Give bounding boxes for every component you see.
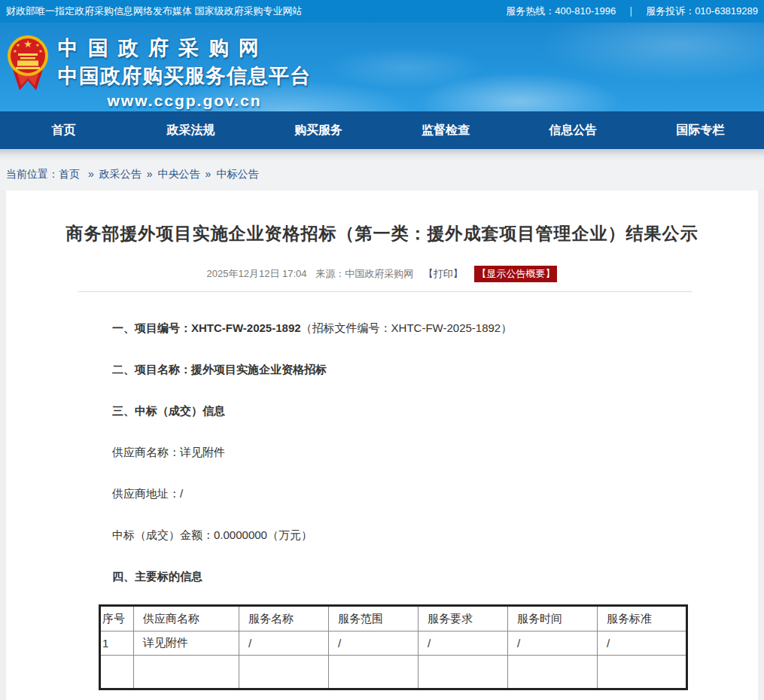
table-cell [239,656,329,689]
column-header-service-standard: 服务标准 [598,606,687,632]
show-summary-button[interactable]: 【显示公告概要】 [474,266,557,282]
table-cell: / [239,632,329,656]
breadcrumb-prefix: 当前位置： [6,168,59,180]
paragraph-bold-text: 四、主要标的信息 [112,570,202,583]
table-cell [100,656,134,689]
paragraph-award-info-heading: 三、中标（成交）信息 [112,403,690,418]
nav-item-purchase-services[interactable]: 购买服务 [254,111,382,149]
paragraph-regular-text: 中标（成交）金额：0.0000000（万元） [112,528,312,541]
table-row [100,656,687,689]
print-button[interactable]: 【打印】 [424,268,463,279]
table-cell: / [329,632,419,656]
column-header-service-scope: 服务范围 [329,606,419,632]
service-hotline: 服务热线：400-810-1996 [506,5,616,17]
paragraph-supplier-name: 供应商名称：详见附件 [112,444,690,460]
subject-info-table: 序号 供应商名称 服务名称 服务范围 服务要求 服务时间 服务标准 1 详见附件… [99,604,688,690]
meta-divider [78,291,692,292]
topbar: 财政部唯一指定政府采购信息网络发布媒体 国家级政府采购专业网站 服务热线：400… [0,0,764,23]
table-cell: 详见附件 [134,632,239,656]
breadcrumb-separator: » [88,168,94,180]
main-nav: 首页 政采法规 购买服务 监督检查 信息公告 国际专栏 [0,111,764,149]
svg-text:★: ★ [16,43,20,47]
site-logo[interactable]: ★ ★ ★ ★ ★ 中国政府采购网 中国政府购买服务信息平台 www.ccgp.… [7,35,311,110]
service-complaint: 服务投诉：010-63819289 [646,5,758,17]
svg-text:★: ★ [13,49,17,53]
table-header-row: 序号 供应商名称 服务名称 服务范围 服务要求 服务时间 服务标准 [100,606,687,632]
paragraph-regular-text: 供应商地址：/ [112,487,183,500]
nav-item-home[interactable]: 首页 [0,111,127,149]
paragraph-supplier-address: 供应商地址：/ [112,485,690,501]
column-header-service-name: 服务名称 [239,606,329,632]
column-header-service-time: 服务时间 [508,606,598,632]
table-cell: / [598,632,687,656]
breadcrumb-link-procurement-notices[interactable]: 政采公告 [99,168,142,180]
column-header-supplier: 供应商名称 [134,606,239,632]
nav-item-international[interactable]: 国际专栏 [637,111,764,149]
nav-item-regulations[interactable]: 政采法规 [127,111,254,149]
breadcrumb-link-central-notices[interactable]: 中央公告 [158,168,200,180]
paragraph-bold-text: 一、项目编号：XHTC-FW-2025-1892 [112,321,301,334]
table-cell [508,656,598,689]
nav-item-announcements[interactable]: 信息公告 [510,111,637,149]
paragraph-project-number: 一、项目编号：XHTC-FW-2025-1892（招标文件编号：XHTC-FW-… [112,320,690,336]
nav-item-supervision[interactable]: 监督检查 [382,111,510,149]
breadcrumb: 当前位置：首页»政采公告»中央公告»中标公告 [0,149,764,190]
table-row: 1 详见附件 / / / / / [100,632,687,656]
table-cell [419,656,508,689]
column-header-service-requirement: 服务要求 [419,606,508,632]
paragraph-regular-text: 供应商名称：详见附件 [112,446,225,458]
paragraph-award-amount: 中标（成交）金额：0.0000000（万元） [112,527,690,543]
article-body: 一、项目编号：XHTC-FW-2025-1892（招标文件编号：XHTC-FW-… [6,320,758,584]
article-card: 商务部援外项目实施企业资格招标（第一类：援外成套项目管理企业）结果公示 2025… [6,190,758,700]
table-cell: / [508,632,598,656]
site-name: 中国政府采购网 [58,35,311,62]
breadcrumb-link-home[interactable]: 首页 [59,168,80,180]
svg-text:★: ★ [35,43,39,47]
national-emblem-icon: ★ ★ ★ ★ ★ [7,35,49,95]
svg-text:★: ★ [38,49,42,53]
table-cell: / [419,632,508,656]
table-cell [598,656,687,689]
paragraph-bold-text: 三、中标（成交）信息 [112,404,225,417]
publish-datetime: 2025年12月12日 17:04 [207,268,307,279]
table-cell [134,656,239,689]
article-source: 来源：中国政府采购网 [315,268,413,279]
site-subtitle: 中国政府购买服务信息平台 [58,62,311,90]
paragraph-regular-text: （招标文件编号：XHTC-FW-2025-1892） [301,321,513,334]
paragraph-subject-info-heading: 四、主要标的信息 [112,568,690,584]
topbar-slogan: 财政部唯一指定政府采购信息网络发布媒体 国家级政府采购专业网站 [6,5,303,18]
site-url: www.ccgp.gov.cn [58,92,311,110]
breadcrumb-separator: » [147,168,153,180]
table-cell: 1 [100,632,134,656]
column-header-seq: 序号 [100,606,134,632]
page-title: 商务部援外项目实施企业资格招标（第一类：援外成套项目管理企业）结果公示 [6,190,758,245]
topbar-contacts: 服务热线：400-810-1996 ｜ 服务投诉：010-63819289 [498,5,758,18]
article-meta: 2025年12月12日 17:04 来源：中国政府采购网 【打印】 【显示公告概… [6,266,758,282]
paragraph-project-name: 二、项目名称：援外项目实施企业资格招标 [112,361,690,377]
site-header: ★ ★ ★ ★ ★ 中国政府采购网 中国政府购买服务信息平台 www.ccgp.… [0,23,764,111]
svg-text:★: ★ [23,38,32,50]
paragraph-bold-text: 二、项目名称：援外项目实施企业资格招标 [112,363,327,376]
table-cell [329,656,419,689]
logo-text: 中国政府采购网 中国政府购买服务信息平台 www.ccgp.gov.cn [58,35,311,110]
breadcrumb-separator: » [205,168,212,180]
topbar-separator: ｜ [626,5,636,17]
breadcrumb-link-award-notices[interactable]: 中标公告 [216,168,258,180]
